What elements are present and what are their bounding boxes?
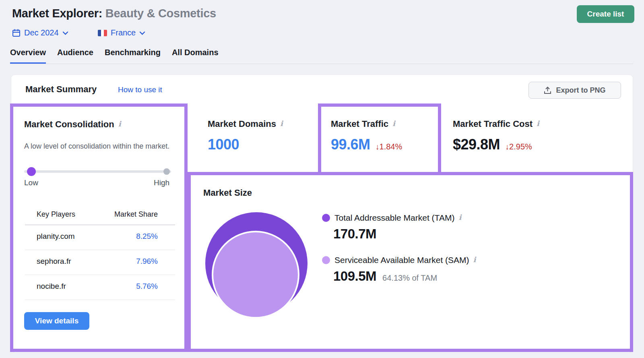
market-share-value[interactable]: 8.25% [136,232,158,241]
consolidation-slider-track [24,170,171,173]
calendar-icon [12,29,21,37]
market-share-column-header: Market Share [114,210,158,219]
sam-circle [212,231,299,319]
export-to-png-button[interactable]: Export to PNG [528,82,621,99]
chevron-down-icon [62,31,68,35]
market-traffic-cost-change: ↓2.95% [505,142,532,151]
slider-low-label: Low [24,178,38,187]
consolidation-slider-end-dot [163,168,170,175]
key-players-column-header: Key Players [37,210,75,219]
tab-overview[interactable]: Overview [10,48,46,64]
table-header-divider [25,225,175,225]
key-player-domain: sephora.fr [37,257,71,266]
market-traffic-value[interactable]: 99.6M [331,136,370,153]
sam-value-row: 109.5M 64.13% of TAM [333,269,437,284]
market-size-title: Market Size [203,188,252,198]
market-domains-label: Market Domains [208,119,283,129]
market-traffic-change: ↓1.84% [376,142,402,151]
table-row-divider [25,300,175,300]
sam-legend-dot [322,256,330,264]
sam-percent-of-tam: 64.13% of TAM [382,273,437,283]
page-title-market: Beauty & Cosmetics [105,7,216,20]
tab-all-domains[interactable]: All Domains [172,48,219,64]
country-filter-label: France [111,28,136,37]
export-icon [544,87,551,94]
sam-value: 109.5M [333,269,376,284]
market-domains-value-row: 1000 [208,136,239,153]
market-traffic-cost-label: Market Traffic Cost [453,119,539,129]
key-player-domain: nocibe.fr [37,282,66,291]
tam-value-row: 170.7M [333,226,376,242]
tab-bar-divider [10,64,633,64]
tam-legend-dot [322,214,330,222]
info-icon[interactable] [118,120,121,128]
market-traffic-value-row: 99.6M ↓1.84% [331,136,402,153]
info-icon[interactable] [280,120,283,127]
info-icon[interactable] [392,120,395,127]
france-flag-icon [98,30,107,36]
table-row-divider [25,275,175,275]
market-traffic-cost-value: $29.8M [453,136,500,153]
page-title: Market Explorer: Beauty & Cosmetics [12,7,216,20]
create-list-button[interactable]: Create list [577,5,634,23]
view-details-button[interactable]: View details [24,312,89,330]
country-filter[interactable]: France [98,28,145,37]
market-share-value[interactable]: 5.76% [136,282,158,291]
chevron-down-icon [139,31,145,35]
date-filter-label: Dec 2024 [24,28,59,37]
info-icon[interactable] [458,214,461,221]
export-button-label: Export to PNG [556,86,605,95]
market-summary-title: Market Summary [25,84,97,95]
sam-legend-label: Serviceable Available Market (SAM) [334,255,476,265]
table-row: nocibe.fr 5.76% [37,282,158,291]
tab-bar: Overview Audience Benchmarking All Domai… [10,48,219,64]
info-icon[interactable] [537,120,539,127]
key-player-domain: planity.com [37,232,75,241]
info-icon[interactable] [473,256,476,263]
tab-audience[interactable]: Audience [57,48,93,64]
how-to-use-link[interactable]: How to use it [118,85,162,94]
market-traffic-cost-value-row: $29.8M ↓2.95% [453,136,532,153]
market-share-value[interactable]: 7.96% [136,257,158,266]
table-row-divider [25,250,175,250]
tam-value: 170.7M [333,226,376,242]
table-row: planity.com 8.25% [37,232,158,241]
market-traffic-label: Market Traffic [331,119,395,129]
tam-legend-label: Total Addressable Market (TAM) [334,213,461,223]
market-domains-value[interactable]: 1000 [208,136,239,153]
consolidation-slider-thumb[interactable] [27,167,36,176]
tab-benchmarking[interactable]: Benchmarking [105,48,161,64]
table-row: sephora.fr 7.96% [37,257,158,266]
page-title-main: Market Explorer: [12,7,102,20]
slider-high-label: High [154,178,169,187]
key-players-header-row: Key Players Market Share [37,210,158,219]
consolidation-description: A low level of consolidation within the … [24,141,174,152]
market-consolidation-title: Market Consolidation [24,119,121,130]
date-filter[interactable]: Dec 2024 [12,28,68,37]
